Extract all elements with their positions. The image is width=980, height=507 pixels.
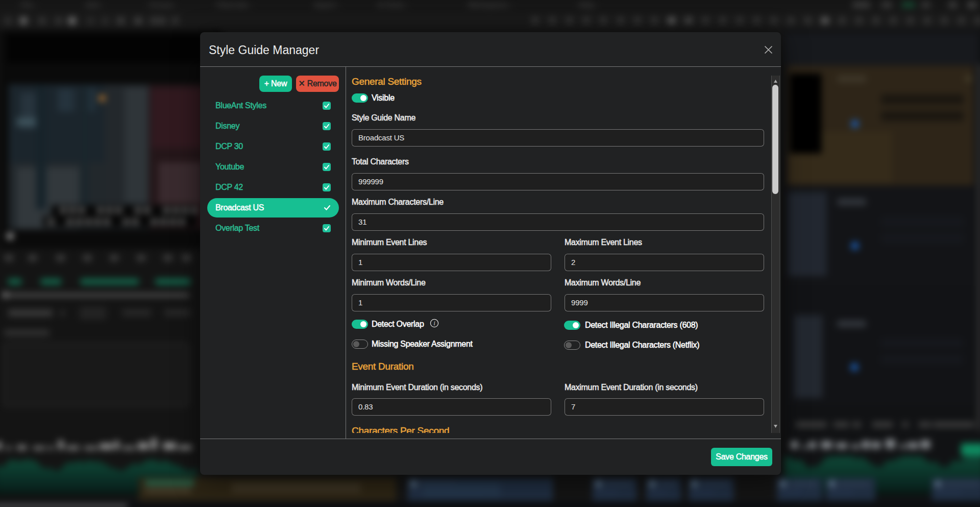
svg-text:i: i	[433, 320, 435, 326]
